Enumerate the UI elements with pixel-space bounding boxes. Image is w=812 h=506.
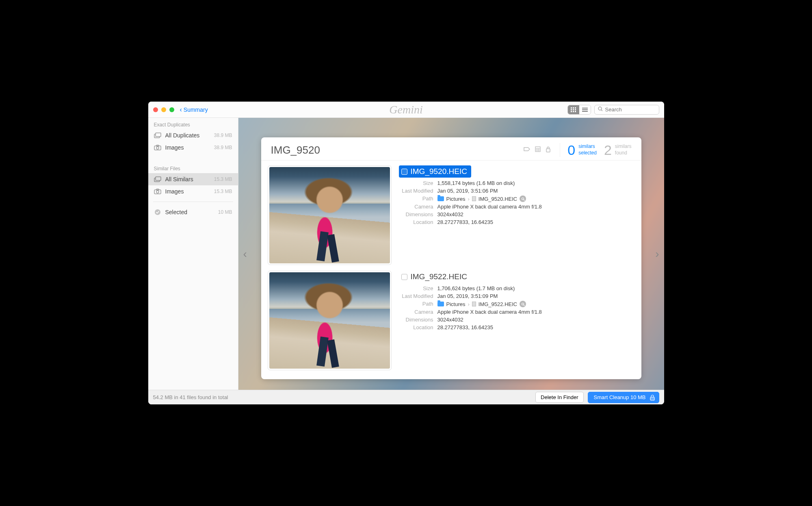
thumbnail[interactable] xyxy=(268,165,392,265)
folder-icon xyxy=(437,196,444,201)
svg-rect-9 xyxy=(582,108,588,109)
search-input[interactable] xyxy=(605,106,656,113)
folder-icon xyxy=(437,302,444,306)
smart-cleanup-button[interactable]: Smart Cleanup 10 MB xyxy=(588,392,659,403)
footer: 54.2 MB in 41 files found in total Delet… xyxy=(148,390,664,404)
file-row: IMG_9520.HEIC Size 1,558,174 bytes (1.6 … xyxy=(267,164,636,269)
sidebar-item-all-duplicates[interactable]: All Duplicates 38.9 MB xyxy=(148,129,238,141)
sidebar-item-size: 15.3 MB xyxy=(214,189,232,194)
app-logo: Gemini xyxy=(389,103,422,116)
sidebar-item-size: 38.9 MB xyxy=(214,145,232,150)
meta-value-modified: Jan 05, 2019, 3:51:09 PM xyxy=(437,293,635,299)
detail-card: IMG_9520 xyxy=(261,137,641,379)
minimize-window-button[interactable] xyxy=(161,107,166,112)
svg-point-17 xyxy=(156,147,159,149)
app-window: ‹ Summary Gemini Exact Duplicates xyxy=(148,102,664,404)
file-meta: IMG_9520.HEIC Size 1,558,174 bytes (1.6 … xyxy=(399,165,635,265)
sidebar-item-label: Images xyxy=(165,188,210,195)
sidebar-item-size: 10 MB xyxy=(218,209,232,215)
svg-rect-5 xyxy=(575,109,576,110)
lock-icon[interactable] xyxy=(546,146,551,154)
file-meta: IMG_9522.HEIC Size 1,706,624 bytes (1.7 … xyxy=(399,271,635,370)
stat-found: 2 similars found xyxy=(604,143,632,157)
calculator-icon[interactable] xyxy=(535,146,541,154)
search-box[interactable] xyxy=(594,105,659,115)
sidebar-item-images-similar[interactable]: Images 15.3 MB xyxy=(148,185,238,198)
sidebar-section-similar: Similar Files xyxy=(148,162,238,173)
file-name: IMG_9520.HEIC xyxy=(411,167,467,176)
sidebar-item-images-exact[interactable]: Images 38.9 MB xyxy=(148,141,238,154)
checkbox-icon xyxy=(401,169,407,175)
lock-icon xyxy=(649,394,656,401)
meta-label-modified: Last Modified xyxy=(399,293,433,299)
stat-selected: 0 similars selected xyxy=(567,143,597,157)
main-content: ‹ › IMG_9520 xyxy=(238,118,664,390)
sidebar-item-size: 38.9 MB xyxy=(214,132,232,138)
meta-value-size: 1,706,624 bytes (1.7 MB on disk) xyxy=(437,285,635,291)
list-view-button[interactable] xyxy=(579,105,591,114)
svg-line-34 xyxy=(524,305,525,306)
previous-group-button[interactable]: ‹ xyxy=(243,248,247,261)
titlebar: ‹ Summary Gemini xyxy=(148,102,664,118)
meta-label-camera: Camera xyxy=(399,309,433,315)
file-select-toggle[interactable]: IMG_9522.HEIC xyxy=(399,271,471,283)
camera-icon xyxy=(154,145,161,150)
sidebar-item-label: All Similars xyxy=(165,176,210,182)
sidebar-item-label: All Duplicates xyxy=(165,132,210,139)
zoom-window-button[interactable] xyxy=(169,107,174,112)
svg-point-33 xyxy=(522,303,524,305)
svg-line-13 xyxy=(601,110,602,111)
smart-cleanup-label: Smart Cleanup 10 MB xyxy=(594,394,646,400)
back-label: Summary xyxy=(184,106,208,113)
svg-point-12 xyxy=(598,107,602,110)
meta-label-location: Location xyxy=(399,219,433,225)
chevron-right-icon: › xyxy=(468,196,469,202)
next-group-button[interactable]: › xyxy=(655,248,659,261)
sidebar-item-size: 15.3 MB xyxy=(214,176,232,182)
sidebar-item-selected[interactable]: Selected 10 MB xyxy=(148,206,238,218)
thumbnail[interactable] xyxy=(268,271,392,370)
stack-icon xyxy=(154,176,161,182)
chevron-left-icon: ‹ xyxy=(180,106,182,113)
sidebar-item-all-similars[interactable]: All Similars 15.3 MB xyxy=(148,173,238,185)
meta-value-path: Pictures › IMG_9520.HEIC xyxy=(437,195,635,202)
svg-line-32 xyxy=(524,200,525,201)
chevron-right-icon: › xyxy=(468,301,469,307)
svg-rect-30 xyxy=(546,149,550,152)
card-header: IMG_9520 xyxy=(261,137,641,161)
sidebar-section-exact: Exact Duplicates xyxy=(148,118,238,129)
svg-rect-8 xyxy=(575,111,576,112)
svg-rect-20 xyxy=(156,177,161,180)
delete-in-finder-button[interactable]: Delete In Finder xyxy=(535,392,584,403)
meta-label-size: Size xyxy=(399,285,433,291)
photo-preview xyxy=(269,272,390,369)
stack-icon xyxy=(154,132,161,138)
sidebar-item-label: Selected xyxy=(165,209,214,215)
meta-label-modified: Last Modified xyxy=(399,188,433,194)
grid-view-button[interactable] xyxy=(568,105,579,114)
back-to-summary-button[interactable]: ‹ Summary xyxy=(180,106,208,113)
svg-rect-6 xyxy=(571,111,572,112)
camera-icon xyxy=(154,189,161,194)
file-select-toggle[interactable]: IMG_9520.HEIC xyxy=(399,165,471,178)
meta-value-location: 28.27277833, 16.64235 xyxy=(437,219,635,225)
photo-preview xyxy=(269,167,390,263)
header-action-icons xyxy=(524,146,551,154)
checkmark-circle-icon xyxy=(154,209,161,215)
card-body: IMG_9520.HEIC Size 1,558,174 bytes (1.6 … xyxy=(261,161,641,379)
svg-rect-11 xyxy=(582,111,588,112)
meta-label-size: Size xyxy=(399,180,433,186)
meta-label-path: Path xyxy=(399,301,433,307)
reveal-in-finder-button[interactable] xyxy=(520,195,526,202)
close-window-button[interactable] xyxy=(153,107,158,112)
reveal-in-finder-button[interactable] xyxy=(520,301,526,307)
svg-rect-4 xyxy=(573,109,574,110)
svg-point-24 xyxy=(155,209,160,215)
svg-rect-15 xyxy=(156,133,161,137)
stat-found-count: 2 xyxy=(604,143,612,157)
meta-value-path: Pictures › IMG_9522.HEIC xyxy=(437,301,635,307)
tag-icon[interactable] xyxy=(524,146,530,154)
stat-selected-count: 0 xyxy=(567,143,575,157)
sidebar: Exact Duplicates All Duplicates 38.9 MB … xyxy=(148,118,238,390)
svg-rect-35 xyxy=(650,397,654,400)
